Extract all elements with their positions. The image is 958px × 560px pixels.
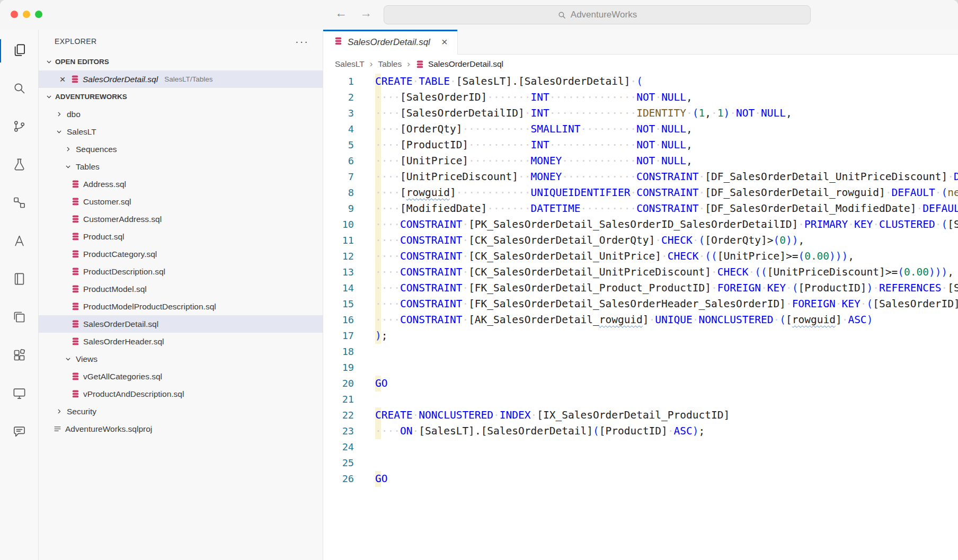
activity-item-device[interactable] [0, 375, 38, 413]
activity-item-notebook[interactable] [0, 261, 38, 299]
command-center[interactable]: AdventureWorks [384, 5, 811, 24]
tree-item-label: SalesOrderDetail.sql [83, 319, 158, 329]
tree-item-label: ProductModelProductDescription.sql [83, 302, 216, 312]
back-button[interactable]: ← [335, 6, 347, 20]
chevron-right-icon [54, 407, 64, 416]
activity-item-windows[interactable] [0, 299, 38, 337]
code-line-11: 11····CONSTRAINT·[CK_SalesOrderDetail_Or… [323, 233, 958, 248]
activity-item-references[interactable] [0, 184, 38, 223]
tree-item-customeraddress-sql[interactable]: CustomerAddress.sql [39, 210, 323, 228]
activity-item-azure[interactable] [0, 223, 38, 261]
code-line-3: 3····[SalesOrderDetailID]·INT···········… [323, 105, 958, 121]
tree-item-vgetallcategories-sql[interactable]: vGetAllCategories.sql [39, 368, 323, 385]
chevron-down-icon [54, 127, 64, 137]
tree-item-label: Sequences [76, 145, 117, 154]
tree-item-tables[interactable]: Tables [39, 158, 323, 175]
workspace-header[interactable]: ADVENTUREWORKS [39, 88, 323, 105]
line-number: 3 [323, 105, 354, 121]
tree-item-customer-sql[interactable]: Customer.sql [39, 193, 323, 210]
code-line-6: 6····[UnitPrice]··········MONEY·········… [323, 153, 958, 169]
tree-item-adventureworks-sqlproj[interactable]: AdventureWorks.sqlproj [39, 420, 323, 438]
activity-bar [0, 30, 39, 560]
tree-item-label: AdventureWorks.sqlproj [65, 424, 152, 434]
code-line-17: 17); [323, 328, 958, 344]
close-editor-icon[interactable]: × [58, 74, 67, 85]
activity-item-search[interactable] [0, 70, 38, 108]
tree-item-label: ProductCategory.sql [83, 250, 157, 259]
code-line-26: 26GO [323, 471, 958, 487]
breadcrumb-separator: › [370, 59, 373, 69]
device-icon [12, 386, 26, 403]
line-number: 17 [323, 328, 354, 344]
breadcrumb-item-tables[interactable]: Tables [378, 59, 402, 69]
activity-item-source-control[interactable] [0, 108, 38, 146]
line-number: 22 [323, 407, 354, 423]
line-number: 5 [323, 137, 354, 153]
close-window-button[interactable] [11, 11, 18, 18]
forward-button[interactable]: → [360, 6, 372, 20]
more-actions-button[interactable]: ··· [295, 39, 309, 44]
command-center-label: AdventureWorks [571, 10, 637, 20]
code-editor[interactable]: 1CREATE·TABLE·[SalesLT].[SalesOrderDetai… [323, 74, 958, 560]
tree-item-label: Address.sql [83, 180, 126, 189]
line-number: 20 [323, 376, 354, 392]
breadcrumb-item-salesorderdetail-sql[interactable]: SalesOrderDetail.sql [415, 59, 503, 69]
line-number: 9 [323, 201, 354, 217]
tree-item-productdescription-sql[interactable]: ProductDescription.sql [39, 263, 323, 280]
tree-item-salesorderdetail-sql[interactable]: SalesOrderDetail.sql [39, 315, 323, 333]
activity-item-beaker[interactable] [0, 146, 38, 184]
tree-item-vproductanddescription-sql[interactable]: vProductAndDescription.sql [39, 385, 323, 403]
tree-item-label: vProductAndDescription.sql [83, 389, 184, 399]
tree-item-dbo[interactable]: dbo [39, 105, 323, 123]
tree-item-productmodel-sql[interactable]: ProductModel.sql [39, 280, 323, 298]
tree-item-salesorderheader-sql[interactable]: SalesOrderHeader.sql [39, 333, 323, 350]
minimize-window-button[interactable] [23, 11, 30, 18]
database-icon [71, 372, 80, 381]
tree-item-product-sql[interactable]: Product.sql [39, 228, 323, 245]
activity-item-extensions[interactable] [0, 337, 38, 375]
code-line-20: 20GO [323, 376, 958, 392]
breadcrumb: SalesLT›Tables›SalesOrderDetail.sql [323, 55, 958, 74]
breadcrumb-separator: › [407, 59, 410, 69]
code-line-7: 7····[UnitPriceDiscount]··MONEY·········… [323, 169, 958, 185]
code-line-9: 9····[ModifiedDate]·······DATETIME······… [323, 201, 958, 217]
tree-item-productcategory-sql[interactable]: ProductCategory.sql [39, 245, 323, 263]
chevron-right-icon [63, 145, 73, 154]
code-line-24: 24 [323, 439, 958, 455]
tree-item-label: Security [67, 407, 96, 416]
sidebar-title: EXPLORER [55, 37, 96, 46]
tab-close-button[interactable]: × [441, 36, 448, 48]
editor-group: SalesOrderDetail.sql × SalesLT›Tables›Sa… [323, 30, 958, 560]
activity-item-chat[interactable] [0, 413, 38, 451]
tab-label: SalesOrderDetail.sql [348, 37, 430, 48]
tree-item-productmodelproductdescription-sql[interactable]: ProductModelProductDescription.sql [39, 298, 323, 315]
open-editors-list: ×SalesOrderDetail.sqlSalesLT/Tables [39, 70, 323, 88]
tree-item-address-sql[interactable]: Address.sql [39, 175, 323, 193]
tree-item-views[interactable]: Views [39, 350, 323, 368]
line-number: 23 [323, 423, 354, 439]
sidebar-header: EXPLORER ··· [39, 30, 323, 53]
line-number: 7 [323, 169, 354, 185]
maximize-window-button[interactable] [35, 11, 42, 18]
breadcrumb-item-saleslt[interactable]: SalesLT [335, 59, 365, 69]
workbench: EXPLORER ··· OPEN EDITORS ×SalesOrderDet… [0, 30, 958, 560]
open-editors-header[interactable]: OPEN EDITORS [39, 53, 323, 70]
code-line-25: 25 [323, 455, 958, 471]
database-icon [71, 337, 80, 346]
database-icon [71, 250, 80, 259]
activity-item-files[interactable] [0, 32, 38, 70]
history-nav: ← → [335, 6, 372, 20]
vscode-window: ← → AdventureWorks EXPLORER ··· OPEN EDI… [0, 0, 958, 560]
code-line-16: 16····CONSTRAINT·[AK_SalesOrderDetail_ro… [323, 312, 958, 328]
workspace-tree: dboSalesLTSequencesTablesAddress.sqlCust… [39, 105, 323, 438]
open-editor-filename: SalesOrderDetail.sql [83, 75, 158, 84]
database-icon [71, 215, 80, 224]
open-editor-item-salesorderdetail-sql[interactable]: ×SalesOrderDetail.sqlSalesLT/Tables [39, 70, 323, 88]
code-line-18: 18 [323, 344, 958, 360]
tree-item-sequences[interactable]: Sequences [39, 140, 323, 158]
windows-icon [12, 310, 26, 326]
title-bar: ← → AdventureWorks [0, 0, 958, 30]
tab-salesorderdetail[interactable]: SalesOrderDetail.sql × [323, 30, 458, 55]
tree-item-saleslt[interactable]: SalesLT [39, 123, 323, 140]
tree-item-security[interactable]: Security [39, 403, 323, 420]
